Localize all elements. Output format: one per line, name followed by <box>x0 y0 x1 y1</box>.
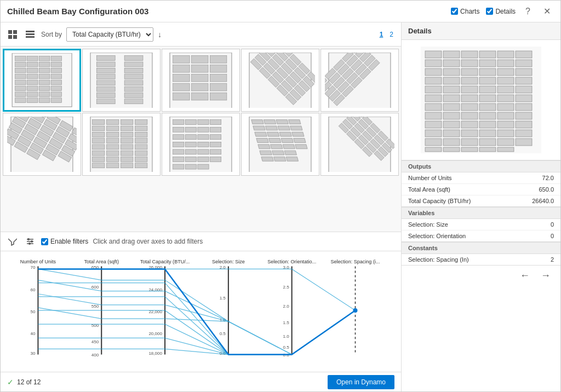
enable-filters-label[interactable]: Enable filters <box>41 238 88 245</box>
svg-rect-336 <box>425 68 442 76</box>
svg-rect-240 <box>294 138 306 142</box>
svg-rect-53 <box>96 93 115 97</box>
variables-row-1: Selection: Orientation 0 <box>402 230 560 241</box>
status-check-icon: ✓ <box>7 378 14 387</box>
svg-rect-23 <box>51 74 62 79</box>
svg-text:3.0: 3.0 <box>283 265 289 270</box>
sort-select[interactable]: Total Capacity (BTU/hr) <box>66 27 153 42</box>
left-panel: Sort by Total Capacity (BTU/hr) ↓ 1 2 <box>1 22 402 391</box>
close-button[interactable]: ✕ <box>540 5 554 18</box>
details-checkbox[interactable] <box>486 8 493 15</box>
svg-rect-377 <box>516 121 532 128</box>
parallel-coordinates-chart[interactable]: Number of Units Total Area (sqft) Total … <box>5 256 397 371</box>
svg-rect-219 <box>198 157 209 162</box>
svg-rect-170 <box>121 126 133 131</box>
constants-row-0: Selection: Spacing (In) 2 <box>402 254 560 265</box>
svg-rect-13 <box>27 62 38 67</box>
grid-item-9[interactable] <box>241 113 319 176</box>
svg-rect-351 <box>479 86 496 93</box>
svg-rect-212 <box>210 142 221 147</box>
grid-item-6[interactable] <box>3 113 81 176</box>
svg-text:50: 50 <box>30 309 35 314</box>
svg-text:18,000: 18,000 <box>148 351 162 356</box>
svg-rect-358 <box>497 95 514 102</box>
charts-toggle[interactable]: Charts <box>451 8 479 15</box>
svg-rect-9 <box>27 56 38 61</box>
svg-rect-235 <box>279 132 291 136</box>
svg-rect-343 <box>443 77 460 84</box>
details-header: Details <box>402 22 560 40</box>
svg-rect-71 <box>192 93 209 100</box>
outputs-label-0: Number of Units <box>408 175 451 181</box>
grid-item-1[interactable] <box>3 49 81 112</box>
svg-rect-1 <box>13 30 17 34</box>
svg-rect-236 <box>292 132 304 136</box>
svg-rect-246 <box>272 151 284 155</box>
svg-rect-197 <box>173 119 184 124</box>
filter-chart-button[interactable] <box>6 235 19 248</box>
svg-rect-394 <box>497 147 514 152</box>
grid-view-button[interactable] <box>6 28 19 41</box>
svg-rect-371 <box>516 112 532 119</box>
svg-rect-25 <box>27 80 38 85</box>
grid-item-5[interactable] <box>320 49 399 112</box>
open-dynamo-button[interactable]: Open in Dynamo <box>328 375 394 389</box>
svg-rect-8 <box>15 56 26 61</box>
svg-text:Number of Units: Number of Units <box>20 259 56 264</box>
svg-text:70: 70 <box>30 265 35 270</box>
svg-rect-19 <box>51 68 62 73</box>
next-arrow-button[interactable]: → <box>537 269 554 283</box>
svg-rect-47 <box>96 74 115 79</box>
outputs-row-0: Number of Units 72.0 <box>402 172 560 184</box>
svg-rect-17 <box>27 68 38 73</box>
svg-rect-389 <box>516 139 532 146</box>
svg-rect-174 <box>121 132 133 137</box>
help-button[interactable]: ? <box>522 5 534 18</box>
page-1-button[interactable]: 1 <box>377 30 386 39</box>
app-window: Chilled Beam Bay Configuration 003 Chart… <box>0 0 561 392</box>
svg-rect-226 <box>264 119 276 124</box>
svg-rect-393 <box>479 147 496 152</box>
svg-rect-69 <box>210 83 227 91</box>
grid-item-2[interactable] <box>82 49 161 112</box>
svg-rect-223 <box>198 164 209 169</box>
svg-rect-51 <box>96 87 115 91</box>
svg-rect-324 <box>425 51 442 58</box>
grid-item-4[interactable] <box>241 49 319 112</box>
svg-rect-43 <box>96 62 115 67</box>
enable-filters-checkbox[interactable] <box>41 238 48 245</box>
svg-rect-32 <box>15 92 26 97</box>
details-toggle[interactable]: Details <box>486 8 516 15</box>
svg-rect-332 <box>461 60 478 67</box>
svg-rect-243 <box>283 145 295 149</box>
grid-item-8[interactable] <box>162 113 240 176</box>
svg-rect-362 <box>461 103 478 111</box>
svg-rect-349 <box>443 86 460 93</box>
svg-text:Selection: Size: Selection: Size <box>212 259 245 264</box>
filter-sliders-button[interactable] <box>24 235 37 248</box>
svg-text:Total Capacity (BTU/...: Total Capacity (BTU/... <box>140 259 190 264</box>
grid-item-7[interactable] <box>82 113 161 176</box>
svg-rect-241 <box>258 145 270 149</box>
charts-checkbox[interactable] <box>451 8 458 15</box>
svg-rect-363 <box>479 103 496 111</box>
variables-label-1: Selection: Orientation <box>408 233 466 239</box>
grid-item-10[interactable] <box>320 113 399 176</box>
svg-rect-186 <box>121 151 133 155</box>
sort-direction-button[interactable]: ↓ <box>158 30 162 39</box>
list-view-button[interactable] <box>24 28 37 41</box>
variables-row-0: Selection: Size 0 <box>402 219 560 230</box>
prev-arrow-button[interactable]: ← <box>517 269 533 283</box>
svg-rect-184 <box>92 151 105 155</box>
svg-rect-213 <box>173 149 184 154</box>
svg-rect-177 <box>106 138 119 143</box>
svg-rect-388 <box>497 139 514 146</box>
page-2-button[interactable]: 2 <box>387 30 396 39</box>
grid-item-3[interactable] <box>162 49 240 112</box>
svg-rect-56 <box>124 99 143 103</box>
svg-rect-234 <box>267 132 279 136</box>
svg-rect-54 <box>124 93 143 97</box>
svg-rect-247 <box>284 151 296 155</box>
svg-rect-180 <box>92 145 105 149</box>
svg-rect-364 <box>497 103 514 111</box>
